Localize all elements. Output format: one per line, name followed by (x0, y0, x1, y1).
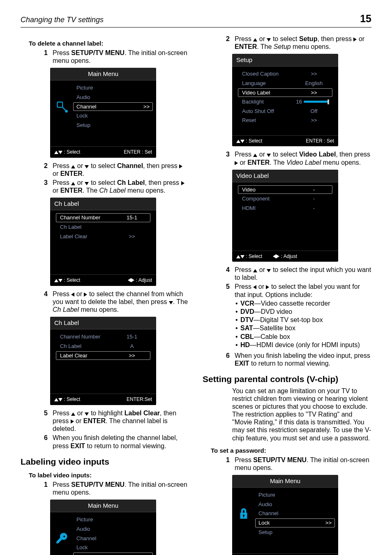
step-text-r3: Press or to select Video Label, then pre… (235, 150, 371, 166)
lock-icon (235, 490, 252, 537)
menu-item-setup: Setup>> (73, 553, 153, 555)
row-label-clear: Label Clear>> (56, 232, 150, 241)
step-text-1: Press SETUP/TV MENU. The initial on-scre… (53, 49, 189, 64)
step-text-m1: Press SETUP/TV MENU. The initial on-scre… (53, 481, 189, 496)
step-text-r6: When you finish labeling the video input… (235, 352, 371, 367)
step-text-5: Press or to highlight Label Clear, then … (53, 409, 189, 433)
menu-title: Setup (232, 54, 338, 67)
opt-cbl: CBL—Cable box (235, 333, 371, 341)
row-ch-label: Ch LabelA (56, 342, 150, 351)
footer-adjust: : Adjust (128, 277, 152, 283)
row-component: Component- (238, 194, 332, 203)
footer-select: : Select (236, 253, 262, 259)
row-channel-number: Channel Number15-1 (56, 213, 150, 222)
svg-line-1 (62, 107, 66, 111)
menu-item-lock: Lock (73, 111, 153, 120)
row-hdmi: HDMI- (238, 204, 332, 213)
menu-video-label: Video Label Video- Component- HDMI- : Se… (232, 170, 338, 262)
row-language: LanguageEnglish (238, 79, 332, 88)
step-text-4: Press or to select the channel from whic… (53, 290, 189, 314)
menu-item-setup: Setup (73, 121, 153, 130)
step-text-r5: Press or to select the label you want fo… (235, 283, 371, 350)
menu-item-channel: Channel (255, 509, 335, 518)
row-closed-caption: Closed Caption>> (238, 69, 332, 78)
step-text-6: When you finish deleting the channel lab… (53, 434, 189, 449)
step-num-r2: 2 (219, 35, 235, 51)
step-text-r4: Press or to select the input which you w… (235, 266, 371, 281)
opt-dvd: DVD—DVD video (235, 308, 371, 315)
row-reset: Reset>> (238, 116, 332, 125)
menu-item-channel: Channel>> (73, 102, 153, 111)
menu-main-setup: Main Menu Picture Audio Channel Lock Set… (50, 500, 156, 555)
heading-to-delete-channel-label: To delete a channel label: (21, 40, 189, 47)
parental-intro-text: You can set an age limitation on your TV… (203, 387, 371, 442)
footer-select: : Select (54, 396, 80, 402)
heading-setting-parental-controls: Setting parental controls (V-chip) (203, 374, 371, 384)
footer-enter: ENTER : Set (306, 138, 334, 144)
heading-to-set-password: To set a password: (203, 447, 371, 454)
step-num-2: 2 (37, 162, 53, 177)
menu-item-channel: Channel (73, 534, 153, 543)
menu-item-audio: Audio (73, 93, 153, 102)
step-num-6: 6 (37, 434, 53, 449)
page-header: Changing the TV settings 15 (21, 12, 371, 28)
row-channel-number: Channel Number15-1 (56, 332, 150, 341)
menu-item-picture: Picture (73, 83, 153, 92)
heading-to-label-video-inputs: To label video inputs: (21, 472, 189, 479)
footer-select: : Select (236, 138, 262, 144)
row-label-clear: Label Clear>> (56, 351, 150, 360)
row-video: Video- (238, 185, 332, 194)
svg-point-2 (66, 111, 67, 112)
section-title: Changing the TV settings (21, 16, 104, 25)
menu-ch-label-1: Ch Label Channel Number15-1 Ch Label Lab… (50, 198, 156, 286)
menu-title: Ch Label (50, 317, 156, 329)
step-text-2: Press or to select Channel, then press o… (53, 162, 189, 177)
step-text-3: Press or to select Ch Label, then press … (53, 179, 189, 194)
footer-enter: ENTER : Set (124, 149, 152, 155)
step-num-r5: 5 (219, 283, 235, 350)
heading-labeling-video-inputs: Labeling video inputs (21, 456, 189, 467)
opt-hd: HD—HDMI device (only for HDMI inputs) (235, 341, 371, 349)
step-num-m1: 1 (37, 481, 53, 496)
step-text-r2: Press or to select Setup, then press or … (235, 35, 371, 51)
menu-setup: Setup Closed Caption>> LanguageEnglish V… (232, 54, 338, 146)
footer-select: : Select (54, 277, 80, 283)
row-video-label: Video Label>> (238, 88, 332, 97)
row-backlight: Backlight 16 (238, 97, 332, 106)
menu-main-channel: Main Menu Picture Audio Channel>> Lock S… (50, 68, 156, 157)
footer-enter: ENTER:Set (127, 396, 152, 402)
opt-vcr: VCR—Video cassette recorder (235, 299, 371, 307)
menu-item-picture: Picture (255, 491, 335, 500)
menu-title: Main Menu (50, 500, 156, 512)
step-num-r3: 3 (219, 150, 235, 166)
step-num-1: 1 (37, 49, 53, 64)
svg-rect-0 (57, 102, 62, 108)
menu-title: Main Menu (232, 475, 338, 488)
step-text-p1: Press SETUP/TV MENU. The initial on-scre… (235, 456, 371, 472)
menu-title: Ch Label (50, 198, 156, 210)
menu-main-lock: Main Menu Picture Audio Channel Lock>> S… (232, 475, 338, 555)
menu-item-picture: Picture (73, 515, 153, 524)
step-num-3: 3 (37, 179, 53, 194)
menu-item-lock: Lock>> (255, 518, 335, 527)
footer-select: : Select (54, 149, 80, 155)
step-num-r6: 6 (219, 352, 235, 367)
row-ch-label: Ch Label (56, 223, 150, 232)
step-num-4: 4 (37, 290, 53, 314)
menu-item-audio: Audio (73, 525, 153, 534)
step-num-5: 5 (37, 409, 53, 433)
menu-item-audio: Audio (255, 500, 335, 509)
footer-adjust: : Adjust (273, 253, 297, 259)
step-num-p1: 1 (219, 456, 235, 472)
menu-title: Main Menu (50, 68, 156, 81)
page-number: 15 (360, 12, 371, 25)
menu-ch-label-2: Ch Label Channel Number15-1 Ch LabelA La… (50, 317, 156, 405)
opt-sat: SAT—Satellite box (235, 324, 371, 332)
wrench-icon (53, 515, 70, 555)
satellite-icon (53, 83, 70, 130)
menu-item-setup: Setup (255, 528, 335, 537)
row-auto-shut-off: Auto Shut OffOff (238, 107, 332, 116)
menu-title: Video Label (232, 170, 338, 182)
menu-item-lock: Lock (73, 543, 153, 552)
opt-dtv: DTV—Digital TV set-top box (235, 316, 371, 324)
